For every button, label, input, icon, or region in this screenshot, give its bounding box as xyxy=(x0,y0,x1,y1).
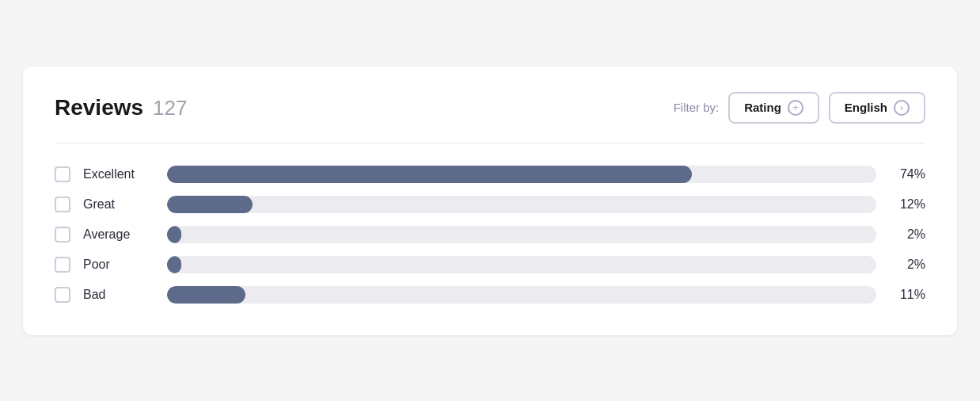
rating-bar-container-2 xyxy=(167,226,876,243)
rating-checkbox-1[interactable] xyxy=(55,197,70,212)
language-filter-button[interactable]: English › xyxy=(829,92,925,124)
language-filter-label: English xyxy=(845,101,887,114)
filter-area: Filter by: Rating + English › xyxy=(674,92,925,124)
reviews-card: Reviews 127 Filter by: Rating + English … xyxy=(23,67,957,335)
rating-percentage-3: 2% xyxy=(889,258,925,272)
rating-percentage-0: 74% xyxy=(889,167,925,181)
rating-bar-container-0 xyxy=(167,166,876,183)
rating-bar-fill-0 xyxy=(167,166,692,183)
rating-filter-button[interactable]: Rating + xyxy=(728,92,819,124)
rating-row: Bad 11% xyxy=(55,286,925,304)
rating-bar-container-4 xyxy=(167,286,876,304)
page-title: Reviews xyxy=(55,95,143,120)
rating-percentage-2: 2% xyxy=(889,227,925,242)
rating-filter-label: Rating xyxy=(744,101,781,114)
rating-bar-fill-3 xyxy=(167,256,181,273)
rating-row: Average 2% xyxy=(55,226,925,243)
rating-row: Poor 2% xyxy=(55,256,925,273)
header: Reviews 127 Filter by: Rating + English … xyxy=(55,92,925,124)
rating-percentage-1: 12% xyxy=(889,197,925,212)
rating-checkbox-2[interactable] xyxy=(55,227,70,243)
chevron-right-icon: › xyxy=(894,100,910,116)
rating-row: Excellent 74% xyxy=(55,166,925,183)
divider xyxy=(55,143,925,143)
rating-checkbox-4[interactable] xyxy=(55,287,70,303)
rating-list: Excellent 74% Great 12% Average 2% Poor xyxy=(55,166,925,304)
rating-bar-fill-1 xyxy=(167,196,253,213)
rating-label-3: Poor xyxy=(83,258,154,272)
rating-bar-container-3 xyxy=(167,256,876,273)
rating-label-0: Excellent xyxy=(83,167,154,181)
rating-label-1: Great xyxy=(83,197,154,212)
plus-icon: + xyxy=(788,100,803,116)
filter-label: Filter by: xyxy=(674,101,720,114)
rating-bar-fill-4 xyxy=(167,286,245,304)
rating-label-4: Bad xyxy=(83,288,154,302)
rating-bar-container-1 xyxy=(167,196,876,213)
rating-row: Great 12% xyxy=(55,196,925,213)
review-count: 127 xyxy=(153,96,187,120)
title-area: Reviews 127 xyxy=(55,95,187,120)
rating-checkbox-3[interactable] xyxy=(55,257,70,273)
rating-label-2: Average xyxy=(83,227,154,242)
rating-bar-fill-2 xyxy=(167,226,181,243)
rating-checkbox-0[interactable] xyxy=(55,166,70,182)
rating-percentage-4: 11% xyxy=(889,288,925,302)
